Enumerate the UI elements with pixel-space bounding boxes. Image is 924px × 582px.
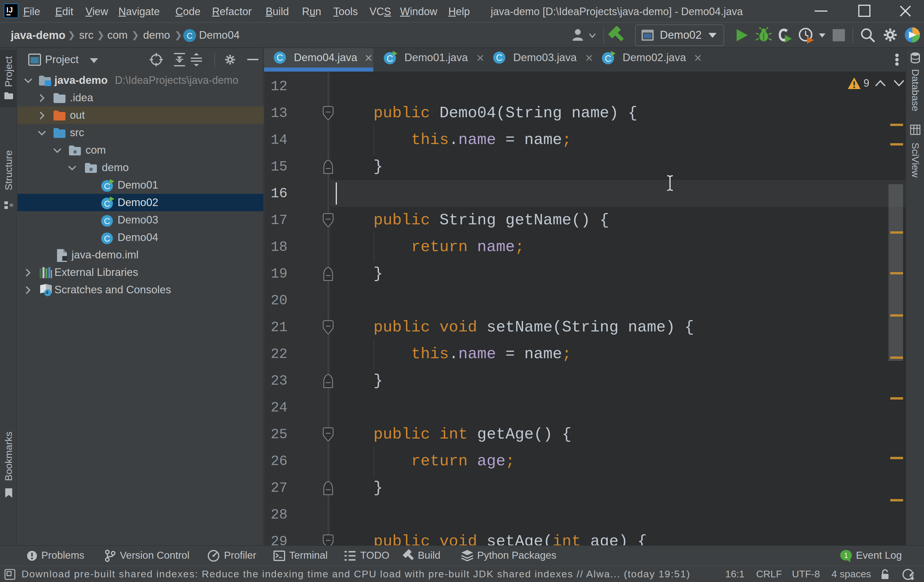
svg-text:C: C xyxy=(187,31,193,40)
svg-text:C: C xyxy=(104,199,110,208)
svg-text:1: 1 xyxy=(844,551,848,559)
svg-text:C: C xyxy=(277,53,283,63)
svg-text:C: C xyxy=(104,216,110,226)
svg-text:C: C xyxy=(104,234,110,243)
svg-text:C: C xyxy=(496,53,503,63)
svg-text:C: C xyxy=(605,53,612,64)
svg-text:C: C xyxy=(104,181,110,191)
svg-text:C: C xyxy=(387,53,393,64)
